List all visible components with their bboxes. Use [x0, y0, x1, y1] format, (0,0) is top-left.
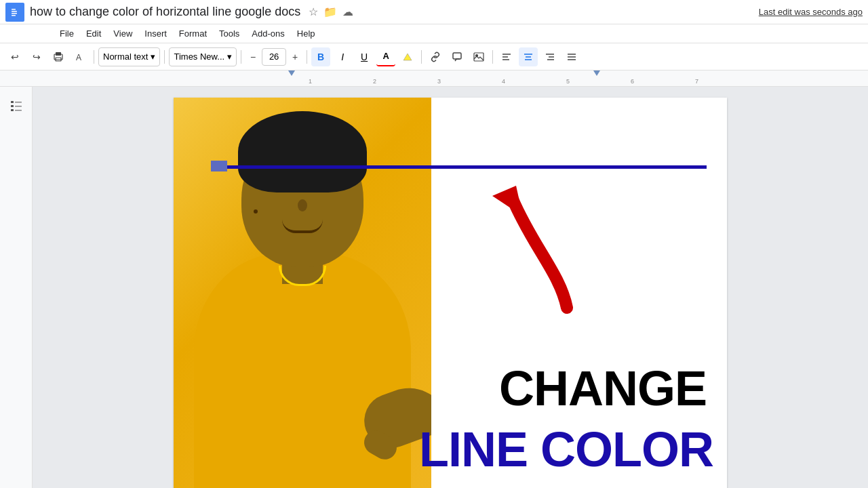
- toolbar-divider-1: [94, 50, 94, 64]
- sidebar-outline-icon[interactable]: [5, 95, 27, 117]
- document-title: how to change color of horizontal line g…: [30, 5, 300, 19]
- svg-marker-30: [492, 186, 523, 216]
- svg-rect-28: [11, 109, 14, 111]
- svg-rect-9: [453, 53, 461, 59]
- align-left-button[interactable]: [497, 47, 516, 66]
- chevron-down-icon-2: ▾: [227, 52, 232, 62]
- font-size-increase[interactable]: +: [288, 49, 302, 64]
- redo-button[interactable]: ↪: [27, 47, 46, 66]
- toolbar-divider-5: [421, 50, 422, 64]
- title-icons: ☆ 📁 ☁: [309, 5, 353, 18]
- svg-rect-6: [56, 52, 61, 56]
- menu-help[interactable]: Help: [292, 27, 321, 40]
- highlight-button[interactable]: [398, 47, 417, 66]
- font-dropdown[interactable]: Times New... ▾: [169, 47, 237, 66]
- toolbar-divider-4: [307, 50, 307, 64]
- menu-view[interactable]: View: [108, 27, 138, 40]
- line-color-text: LINE COLOR: [419, 422, 713, 477]
- svg-text:A: A: [76, 53, 81, 62]
- image-button[interactable]: [469, 47, 488, 66]
- comment-button[interactable]: [448, 47, 467, 66]
- menu-insert[interactable]: Insert: [139, 27, 172, 40]
- svg-rect-25: [15, 102, 22, 103]
- font-color-button[interactable]: A: [376, 47, 395, 66]
- menu-edit[interactable]: Edit: [81, 27, 106, 40]
- style-dropdown-value: Normal text: [103, 52, 148, 62]
- menu-tools[interactable]: Tools: [214, 27, 245, 40]
- cloud-icon: ☁: [342, 5, 353, 18]
- blue-line-handle: [211, 161, 227, 171]
- menu-addons[interactable]: Add-ons: [246, 27, 290, 40]
- font-size-input[interactable]: [262, 48, 286, 66]
- chevron-down-icon: ▾: [151, 52, 155, 62]
- blue-horizontal-line[interactable]: [211, 165, 707, 169]
- svg-rect-26: [11, 105, 14, 107]
- menu-format[interactable]: Format: [174, 27, 212, 40]
- main-area: CHANGE LINE COLOR: [0, 87, 868, 488]
- bold-button[interactable]: B: [311, 47, 330, 66]
- undo-button[interactable]: ↩: [5, 47, 24, 66]
- star-icon[interactable]: ☆: [309, 5, 318, 18]
- ruler-left-indent[interactable]: [288, 70, 295, 76]
- svg-rect-24: [11, 101, 14, 103]
- toolbar: ↩ ↪ A Normal text ▾ Times New... ▾ − + B…: [0, 43, 868, 70]
- doc-icon: [5, 3, 24, 22]
- ruler-right-indent[interactable]: [593, 70, 600, 76]
- svg-rect-27: [15, 106, 22, 107]
- doc-area[interactable]: CHANGE LINE COLOR: [33, 87, 868, 488]
- title-bar: how to change color of horizontal line g…: [0, 0, 868, 24]
- toolbar-divider-2: [164, 50, 165, 64]
- svg-rect-0: [10, 6, 20, 18]
- toolbar-divider-3: [241, 50, 241, 64]
- sidebar: [0, 87, 33, 488]
- italic-button[interactable]: I: [333, 47, 352, 66]
- svg-rect-3: [12, 13, 17, 14]
- document: CHANGE LINE COLOR: [174, 98, 727, 488]
- menu-file[interactable]: File: [54, 27, 79, 40]
- align-center-button[interactable]: [519, 47, 538, 66]
- print-button[interactable]: [49, 47, 68, 66]
- svg-rect-1: [12, 9, 16, 10]
- ruler-content: 1 2 3 4 5 6 7: [248, 70, 868, 86]
- svg-rect-29: [15, 110, 22, 111]
- svg-rect-2: [12, 11, 17, 12]
- svg-rect-4: [12, 15, 16, 16]
- font-size-decrease[interactable]: −: [245, 49, 260, 64]
- toolbar-divider-6: [492, 50, 493, 64]
- red-arrow: [472, 179, 621, 331]
- person-overlay: [174, 98, 431, 488]
- last-edit-text: Last edit was seconds ago: [759, 7, 863, 17]
- svg-rect-10: [474, 53, 484, 61]
- justify-button[interactable]: [562, 47, 581, 66]
- font-size-control: − +: [245, 48, 302, 66]
- style-dropdown[interactable]: Normal text ▾: [98, 47, 160, 66]
- link-button[interactable]: [426, 47, 445, 66]
- font-dropdown-value: Times New...: [174, 52, 224, 62]
- folder-icon[interactable]: 📁: [323, 5, 337, 18]
- format-paint-button[interactable]: A: [71, 47, 90, 66]
- person-hair: [238, 111, 367, 192]
- ruler: 1 2 3 4 5 6 7: [0, 70, 868, 87]
- change-text: CHANGE: [499, 361, 707, 416]
- align-right-button[interactable]: [540, 47, 559, 66]
- menu-bar: File Edit View Insert Format Tools Add-o…: [0, 24, 868, 43]
- underline-button[interactable]: U: [355, 47, 374, 66]
